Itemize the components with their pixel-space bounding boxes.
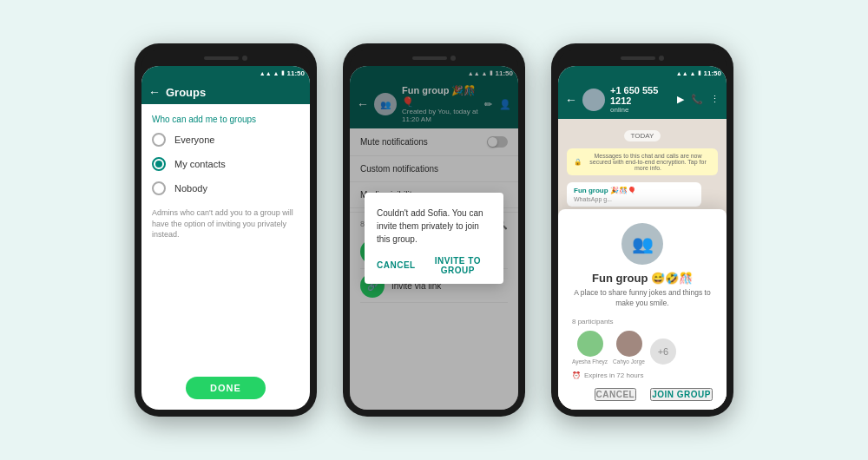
lock-icon-3: 🔒 — [574, 158, 582, 166]
radio-inner-mycontacts — [155, 161, 162, 168]
clock-icon-3: ⏰ — [572, 371, 581, 379]
menu-icon-3[interactable]: ⋮ — [710, 94, 720, 105]
battery-icon-1: ▮ — [281, 69, 285, 76]
expiry-text-3: Expires in 72 hours — [584, 371, 643, 379]
section-label-1: Who can add me to groups — [152, 115, 299, 124]
header-info-3: +1 650 555 1212 online — [610, 85, 672, 114]
radio-mycontacts[interactable]: My contacts — [152, 157, 299, 171]
phone-3-camera — [659, 56, 664, 61]
radio-label-mycontacts: My contacts — [174, 159, 226, 169]
p-avatar-name-ayesha: Ayesha Fheyz — [572, 358, 608, 365]
p-avatar-circle-cahyo — [616, 331, 642, 357]
group-invite-desc-3: A place to share funny jokes and things … — [572, 288, 713, 309]
video-icon-3[interactable]: ▶ — [677, 94, 684, 105]
wa-header-1: ← Groups — [141, 80, 310, 104]
dialog-overlay-2: Couldn't add Sofia. You can invite them … — [350, 66, 518, 410]
join-group-button-3[interactable]: JOIN GROUP — [650, 388, 713, 401]
p-avatar-plus: +6 — [650, 338, 676, 365]
p-avatar-circle-plus: +6 — [650, 338, 676, 365]
wifi-icon-1: ▲ — [273, 70, 279, 76]
group-invite-name-3: Fun group 😅🤣🎊 — [572, 272, 713, 285]
radio-circle-everyone[interactable] — [152, 133, 166, 147]
battery-icon-3: ▮ — [698, 69, 701, 76]
chat-bubble-3: Fun group 🎉🎊🎈 WhatsApp g... — [567, 182, 701, 207]
p-avatar-cahyo: Cahyo Jorge — [613, 331, 645, 365]
contact-name-3: +1 650 555 1212 — [610, 85, 672, 106]
phone-3-top-bar — [558, 50, 727, 66]
status-bar-3: ▲▲ ▲ ▮ 11:50 — [558, 66, 727, 80]
back-arrow-1[interactable]: ← — [148, 85, 161, 99]
dialog-invite-btn[interactable]: INVITE TO GROUP — [424, 256, 491, 275]
signal-icon-1: ▲▲ — [260, 70, 272, 76]
call-icon-3[interactable]: 📞 — [691, 94, 703, 105]
bubble-sender-name-3: Fun group 🎉🎊🎈 — [574, 187, 694, 194]
group-invite-participants-3: 8 participants — [572, 318, 713, 325]
chat-area-3: TODAY 🔒 Messages to this chat and calls … — [558, 119, 727, 410]
radio-everyone[interactable]: Everyone — [152, 133, 299, 147]
phone-2-speaker — [412, 56, 447, 60]
today-label-3: TODAY — [558, 126, 727, 141]
time-3: 11:50 — [704, 69, 721, 77]
dialog-text-2: Couldn't add Sofia. You can invite them … — [377, 207, 491, 246]
status-icons-1: ▲▲ ▲ ▮ — [260, 69, 285, 76]
done-button[interactable]: DONE — [186, 377, 266, 399]
radio-circle-mycontacts[interactable] — [152, 157, 166, 171]
bubble-sub-3: WhatsApp g... — [574, 196, 694, 202]
dialog-cancel-btn[interactable]: CANCEL — [377, 256, 416, 275]
participant-avatars-3: Ayesha Fheyz Cahyo Jorge +6 — [572, 331, 713, 365]
phone-2-screen: ▲▲ ▲ ▮ 11:50 ← 👥 Fun group 🎉🎊🎈 Created b… — [350, 66, 518, 410]
dialog-actions-2: CANCEL INVITE TO GROUP — [377, 256, 491, 275]
expiry-row-3: ⏰ Expires in 72 hours — [572, 371, 713, 379]
phone-1-camera — [242, 56, 247, 61]
contact-status-3: online — [610, 106, 672, 114]
wa-header-3: ← +1 650 555 1212 online ▶ 📞 ⋮ — [558, 80, 727, 119]
group-invite-card-3: 👥 Fun group 😅🤣🎊 A place to share funny j… — [558, 209, 727, 410]
radio-nobody[interactable]: Nobody — [152, 181, 299, 195]
phone-3-screen: ▲▲ ▲ ▮ 11:50 ← +1 650 555 1212 online ▶ … — [558, 66, 727, 410]
phone-2-top-bar — [350, 50, 518, 66]
radio-label-everyone: Everyone — [174, 135, 214, 145]
screen1-note: Admins who can't add you to a group will… — [152, 207, 299, 240]
screen1-content: Who can add me to groups Everyone My con… — [141, 104, 310, 370]
phone-2: ▲▲ ▲ ▮ 11:50 ← 👥 Fun group 🎉🎊🎈 Created b… — [343, 43, 525, 417]
p-avatar-name-cahyo: Cahyo Jorge — [613, 358, 645, 365]
status-bar-1: ▲▲ ▲ ▮ 11:50 — [141, 66, 310, 80]
p-avatar-circle-ayesha — [577, 331, 603, 357]
phone-1-top-bar — [141, 50, 310, 66]
phone-2-camera — [450, 56, 456, 61]
dialog-box-2: Couldn't add Sofia. You can invite them … — [365, 193, 503, 284]
back-arrow-3[interactable]: ← — [565, 93, 577, 107]
phone-1: ▲▲ ▲ ▮ 11:50 ← Groups Who can add me to … — [135, 43, 317, 417]
done-btn-wrap: DONE — [141, 370, 310, 410]
wifi-icon-3: ▲ — [690, 70, 696, 76]
phone-1-speaker — [204, 56, 239, 60]
phone-3-speaker — [621, 56, 655, 60]
p-avatar-ayesha: Ayesha Fheyz — [572, 331, 608, 365]
phone-3: ▲▲ ▲ ▮ 11:50 ← +1 650 555 1212 online ▶ … — [551, 43, 733, 417]
radio-circle-nobody[interactable] — [152, 181, 166, 195]
group-invite-avatar-3: 👥 — [621, 223, 663, 265]
header-icons-3: ▶ 📞 ⋮ — [677, 94, 720, 105]
encryption-text-3: Messages to this chat and calls are now … — [585, 153, 711, 171]
contact-avatar-3 — [582, 89, 605, 111]
phone-1-screen: ▲▲ ▲ ▮ 11:50 ← Groups Who can add me to … — [141, 66, 310, 410]
signal-icon-3: ▲▲ — [676, 70, 688, 76]
invite-actions-3: CANCEL JOIN GROUP — [572, 388, 713, 401]
page-title-1: Groups — [166, 86, 303, 99]
encryption-notice-3: 🔒 Messages to this chat and calls are no… — [567, 148, 718, 175]
invite-cancel-button-3[interactable]: CANCEL — [595, 388, 637, 401]
status-icons-3: ▲▲ ▲ ▮ — [676, 69, 701, 76]
radio-label-nobody: Nobody — [174, 183, 207, 194]
time-1: 11:50 — [287, 69, 305, 77]
